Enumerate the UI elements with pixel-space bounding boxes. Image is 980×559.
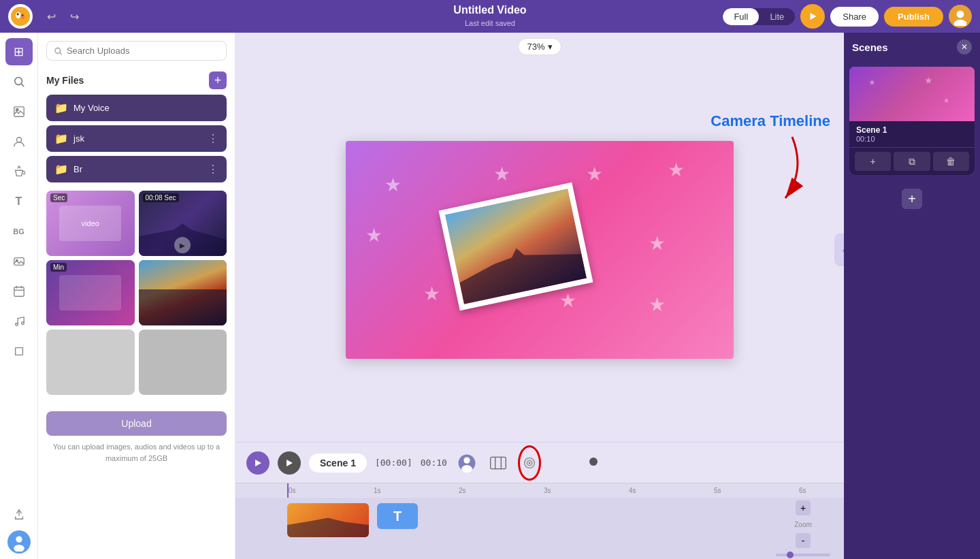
svg-point-2 (20, 14, 24, 19)
timeline-controls: Scene 1 [00:00] 00:10 (235, 442, 844, 483)
ruler-tick: 5s (713, 487, 798, 494)
sidebar-item-crop[interactable] (5, 338, 33, 365)
folder-menu-icon[interactable]: ⋮ (208, 163, 218, 176)
video-title[interactable]: Untitled Video (453, 4, 526, 16)
preview-play-button[interactable] (800, 4, 825, 29)
folder-name: My Voice (74, 103, 218, 113)
media-thumb-6[interactable] (139, 330, 227, 395)
zoom-dropdown-icon: ▾ (548, 42, 553, 52)
undo-button[interactable]: ↩ (41, 6, 61, 27)
lite-mode-button[interactable]: Lite (759, 8, 795, 25)
zoom-value: 73% (527, 42, 544, 52)
scenes-close-button[interactable]: ✕ (957, 39, 972, 54)
share-button[interactable]: Share (830, 7, 879, 27)
my-files-label: My Files (46, 75, 84, 86)
sidebar-item-media[interactable] (5, 98, 33, 125)
timeline-storyboard-button[interactable] (487, 451, 510, 475)
star-decoration: ★ (385, 174, 402, 196)
media-thumb-4[interactable] (139, 260, 227, 325)
zoom-slider[interactable] (776, 554, 830, 556)
track-block-video[interactable] (287, 503, 369, 537)
svg-point-3 (17, 13, 19, 15)
sidebar-item-text[interactable]: T (5, 188, 33, 215)
main-layout: ⊞ T BG (0, 33, 980, 559)
add-scene-button[interactable]: + (902, 189, 922, 209)
scene-delete-button[interactable]: 🗑 (933, 152, 969, 171)
logo[interactable] (8, 4, 33, 29)
upload-info-text: You can upload images, audios and videos… (46, 441, 227, 464)
zoom-out-button[interactable]: - (796, 533, 811, 548)
svg-line-26 (60, 52, 62, 54)
sidebar-item-music[interactable] (5, 308, 33, 335)
zoom-label: Zoom (794, 521, 812, 528)
sidebar-item-coffee[interactable] (5, 158, 33, 185)
zoom-indicator[interactable]: 73% ▾ (518, 38, 561, 55)
scenes-title: Scenes (852, 42, 888, 53)
sidebar-item-image[interactable] (5, 248, 33, 275)
sidebar-item-export[interactable] (5, 500, 33, 528)
svg-point-20 (15, 323, 18, 326)
publish-button[interactable]: Publish (884, 7, 943, 27)
ruler-tick: 0s (287, 487, 372, 494)
timeline-play-button[interactable] (246, 451, 270, 475)
track-block-text[interactable]: T (377, 503, 418, 529)
star-decoration: ★ (668, 159, 685, 181)
folder-menu-icon[interactable]: ⋮ (208, 132, 218, 145)
svg-line-10 (21, 84, 24, 86)
sidebar-item-background[interactable]: BG (5, 218, 33, 245)
scenes-panel: Scenes ✕ ★ ★ ★ Scene 1 00:10 + ⧉ 🗑 (844, 33, 980, 559)
canvas-area: 73% ▾ ‹ ★ ★ ★ ★ ★ ★ ★ ★ ★ ★ (235, 33, 844, 559)
search-input-wrap (46, 41, 227, 61)
sidebar-item-calendar[interactable] (5, 278, 33, 305)
uploads-panel: My Files + 📁 My Voice 📁 jsk ⋮ 📁 Br ⋮ (38, 33, 235, 559)
media-thumb-3[interactable]: Min (46, 260, 135, 325)
timeline-camera-button[interactable] (518, 451, 541, 475)
media-thumb-1[interactable]: Sec video (46, 191, 135, 256)
video-canvas[interactable]: ★ ★ ★ ★ ★ ★ ★ ★ ★ ★ (346, 141, 734, 359)
timecode-start: [00:00] (375, 458, 412, 468)
timeline-play-button-2[interactable] (278, 451, 301, 475)
collapse-panel-button[interactable]: ‹ (834, 234, 844, 266)
folder-item-br[interactable]: 📁 Br ⋮ (46, 156, 227, 182)
annotation-group: Camera Timeline (710, 112, 830, 214)
folder-item-jsk[interactable]: 📁 jsk ⋮ (46, 125, 227, 152)
svg-marker-31 (255, 460, 261, 466)
sidebar-item-avatar[interactable] (5, 128, 33, 155)
search-input[interactable] (67, 46, 219, 56)
search-area (38, 33, 235, 69)
zoom-in-button[interactable]: + (796, 500, 811, 515)
ruler-tick: 4s (627, 487, 713, 494)
user-avatar-sidebar[interactable] (7, 530, 31, 554)
sidebar-item-uploads[interactable]: ⊞ (5, 38, 33, 65)
scene-duplicate-button[interactable]: ⧉ (894, 152, 930, 171)
full-mode-button[interactable]: Full (723, 8, 759, 25)
topbar: ↩ ↪ Untitled Video Last edit saved Full … (0, 0, 980, 33)
svg-marker-5 (811, 13, 817, 20)
scene-add-button[interactable]: + (855, 152, 891, 171)
svg-rect-11 (14, 107, 23, 116)
canvas-stage: ‹ ★ ★ ★ ★ ★ ★ ★ ★ ★ ★ (235, 58, 844, 442)
redo-button[interactable]: ↪ (64, 6, 84, 27)
star-decoration: ★ (365, 224, 382, 246)
sidebar-item-search[interactable] (5, 68, 33, 95)
star-decoration: ★ (586, 163, 603, 185)
media-thumb-5[interactable] (46, 330, 135, 395)
ruler-ticks: 0s 1s 2s 3s 4s 5s 6s 7s 8s 9s 10s (287, 487, 844, 494)
full-lite-toggle: Full Lite (723, 8, 795, 25)
user-avatar-top[interactable] (949, 5, 972, 28)
timeline-avatar-button[interactable] (455, 451, 478, 475)
canvas-toolbar: 73% ▾ (235, 33, 844, 58)
svg-point-15 (16, 259, 18, 261)
svg-rect-36 (491, 457, 506, 468)
svg-point-4 (22, 14, 23, 16)
ruler-tick: 6s (798, 487, 844, 494)
timeline-playhead (287, 483, 289, 498)
svg-point-9 (14, 78, 22, 85)
folder-item-myvoice[interactable]: 📁 My Voice (46, 95, 227, 121)
media-label-2: 00:08 Sec (143, 193, 179, 202)
upload-button[interactable]: Upload (46, 411, 227, 436)
scene-card-1[interactable]: ★ ★ ★ Scene 1 00:10 + ⧉ 🗑 (849, 67, 975, 175)
scene-name-chip[interactable]: Scene 1 (309, 453, 367, 473)
media-thumb-2[interactable]: 00:08 Sec ▶ (139, 191, 227, 256)
add-folder-button[interactable]: + (209, 71, 227, 89)
